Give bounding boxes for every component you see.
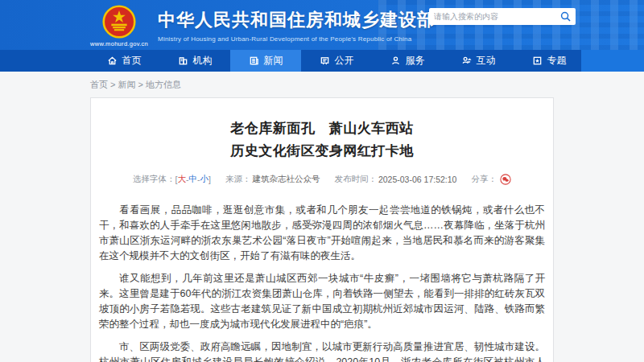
font-size-medium-link[interactable]: 中 [189,174,198,185]
share-label: 分享： [471,174,497,185]
article-title-line1: 老仓库新面孔 萧山火车西站 [230,121,414,136]
home-icon [107,56,118,66]
font-size-selector: 选择字体： [ 大 - 中 - 小 ] [133,174,211,185]
nav-item-label: 首页 [122,54,142,68]
nav-item-interaction[interactable]: 互动 [443,50,514,72]
article-source: 来源： 建筑杂志社公众号 [225,174,320,185]
article-title-line2: 历史文化街区变身网红打卡地 [230,143,414,158]
article-publish-time: 发布时间： 2025-03-06 17:52:10 [334,174,456,185]
breadcrumb[interactable]: 首页 > 新闻 > 地方信息 [90,79,644,91]
wechat-share-icon[interactable] [500,174,511,185]
newspaper-icon [249,56,259,66]
font-size-small-link[interactable]: 小 [200,174,209,185]
nav-item-label: 公开 [335,54,354,68]
interaction-icon [461,56,472,66]
nav-item-open-gov[interactable]: 公开 [301,50,372,72]
search-box[interactable] [429,8,576,25]
source-value: 建筑杂志社公众号 [252,174,320,185]
nav-item-home[interactable]: 首页 [89,50,159,72]
building-icon [178,56,188,66]
person-icon [390,56,401,66]
article-paragraph: 看看画展，品品咖啡，逛逛创意市集，或者和几个朋友一起尝尝地道的铁锅炖，或者什么也… [99,203,545,264]
nav-item-label: 服务 [406,54,425,68]
nav-item-services[interactable]: 服务 [372,50,443,72]
article-card: 老仓库新面孔 萧山火车西站 历史文化街区变身网红打卡地 选择字体： [ 大 - … [90,97,554,362]
search-icon [560,11,571,22]
nav-item-topics[interactable]: 专题 [514,50,584,72]
publish-time-label: 发布时间： [334,174,377,185]
article-body: 看看画展，品品咖啡，逛逛创意市集，或者和几个朋友一起尝尝地道的铁锅炖，或者什么也… [99,203,545,362]
nav-item-news[interactable]: 新闻 [230,50,301,72]
site-header: www.mohurd.gov.cn 中华人民共和国住房和城乡建设部 Minist… [0,0,644,50]
font-size-large-link[interactable]: 大 [178,174,187,185]
nav-item-label: 专题 [547,54,567,68]
site-url: www.mohurd.gov.cn [90,40,148,47]
national-emblem-icon [102,5,136,39]
font-size-label: 选择字体： [133,174,175,185]
publish-time-value: 2025-03-06 17:52:10 [378,175,457,184]
site-brand[interactable]: www.mohurd.gov.cn 中华人民共和国住房和城乡建设部 Minist… [90,5,436,47]
article-paragraph: 市、区两级党委、政府高瞻远瞩，因地制宜，以城市更新行动高质量推进宜居、韧性城市建… [99,339,545,362]
search-input[interactable] [434,12,560,21]
main-nav: 首页 机构 新闻 公开 服务 [0,50,644,72]
document-icon [320,56,330,66]
article-meta: 选择字体： [ 大 - 中 - 小 ] 来源： 建筑杂志社公众号 发布时间： 2… [99,174,545,185]
article-title: 老仓库新面孔 萧山火车西站 历史文化街区变身网红打卡地 [99,117,545,162]
article-share: 分享： [471,174,511,185]
site-title: 中华人民共和国住房和城乡建设部 [158,8,436,32]
source-label: 来源： [225,174,251,185]
nav-item-label: 新闻 [264,54,283,68]
article-paragraph: 谁又能想到，几年前这里还是萧山城区西郊一块城市“牛皮癣”，一堵围墙将它与萧杭路隔… [99,271,545,332]
site-subtitle: Ministry of Housing and Urban-Rural Deve… [158,35,436,43]
nav-item-label: 机构 [193,54,213,68]
nav-item-org[interactable]: 机构 [159,50,230,72]
nav-item-label: 互动 [477,54,496,68]
search-button[interactable] [560,11,571,22]
star-box-icon [532,56,543,66]
